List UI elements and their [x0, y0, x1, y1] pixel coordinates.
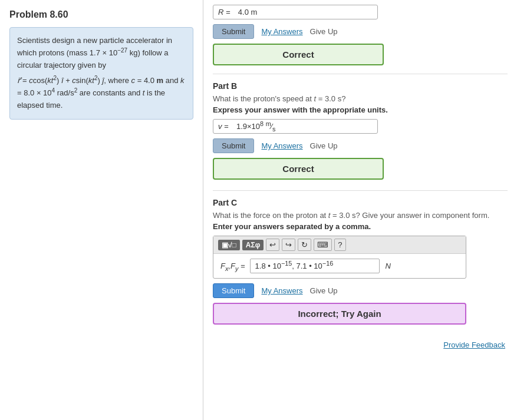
part-b-input-row: v = 1.9×108 m⁄s	[213, 119, 378, 134]
alpha-button[interactable]: ΑΣφ	[242, 240, 264, 250]
part-c-f-value[interactable]: 1.8 • 10−15, 7.1 • 10−16	[250, 259, 380, 273]
r-label: R =	[218, 8, 235, 16]
top-give-up-link[interactable]: Give Up	[310, 27, 338, 36]
part-b-section: Part B What is the proton's speed at t =…	[213, 74, 508, 191]
part-c-give-up-link[interactable]: Give Up	[310, 286, 338, 295]
right-panel: R = 4.0 m Submit My Answers Give Up Corr…	[203, 0, 517, 420]
top-correct-badge: Correct	[213, 44, 384, 65]
part-b-correct-badge: Correct	[213, 158, 384, 180]
part-c-incorrect-badge: Incorrect; Try Again	[213, 303, 466, 325]
part-b-question: What is the proton's speed at t = 3.0 s?	[213, 94, 508, 103]
r-value: 4.0 m	[238, 8, 373, 16]
part-c-my-answers-link[interactable]: My Answers	[261, 286, 302, 295]
top-submit-button[interactable]: Submit	[213, 24, 254, 39]
provide-feedback-link[interactable]: Provide Feedback	[443, 340, 505, 349]
part-b-submit-row: Submit My Answers Give Up	[213, 138, 508, 153]
refresh-button[interactable]: ↻	[298, 239, 311, 251]
problem-title: Problem 8.60	[9, 9, 193, 20]
part-c-f-unit: N	[386, 262, 391, 270]
part-c-submit-button[interactable]: Submit	[213, 283, 254, 298]
help-button[interactable]: ?	[334, 239, 345, 251]
part-c-label: Part C	[213, 198, 508, 207]
matrix-button[interactable]: ▣√□	[218, 240, 240, 250]
description-text: Scientists design a new particle acceler…	[17, 35, 186, 71]
part-b-v-label: v =	[218, 122, 233, 131]
part-b-label: Part B	[213, 81, 508, 91]
keyboard-button[interactable]: ⌨	[314, 239, 332, 251]
part-b-submit-button[interactable]: Submit	[213, 138, 254, 153]
part-c-section: Part C What is the force on the proton a…	[213, 191, 508, 335]
top-my-answers-link[interactable]: My Answers	[261, 27, 302, 36]
math-toolbar: ▣√□ ΑΣφ ↩ ↪ ↻ ⌨ ?	[213, 236, 466, 254]
feedback-section: Provide Feedback	[213, 335, 508, 349]
part-c-input-row: Fx,Fy = 1.8 • 10−15, 7.1 • 10−16 N	[213, 254, 466, 278]
r-input-row: R = 4.0 m	[213, 5, 378, 19]
top-answer-section: R = 4.0 m Submit My Answers Give Up Corr…	[213, 0, 508, 74]
problem-description: Scientists design a new particle acceler…	[9, 27, 193, 120]
part-c-submit-row: Submit My Answers Give Up	[213, 283, 508, 298]
part-c-math-editor: ▣√□ ΑΣφ ↩ ↪ ↻ ⌨ ? Fx,Fy = 1.8 • 10−15, 7…	[213, 236, 466, 279]
part-b-instruction: Express your answer with the appropriate…	[213, 105, 508, 114]
top-submit-row: Submit My Answers Give Up	[213, 24, 508, 39]
formula-text: r⃗ = ccos(kt2) î + csin(kt2) ĵ, where c …	[17, 75, 186, 111]
left-panel: Problem 8.60 Scientists design a new par…	[0, 0, 203, 420]
part-b-give-up-link[interactable]: Give Up	[310, 141, 338, 150]
undo-button[interactable]: ↩	[266, 239, 279, 251]
part-c-f-label: Fx,Fy =	[220, 262, 245, 270]
part-c-instruction: Enter your answers separated by a comma.	[213, 222, 508, 231]
redo-button[interactable]: ↪	[282, 239, 295, 251]
part-b-v-value: 1.9×108 m⁄s	[236, 122, 373, 131]
part-b-my-answers-link[interactable]: My Answers	[261, 141, 302, 150]
part-c-question: What is the force on the proton at t = 3…	[213, 211, 508, 220]
